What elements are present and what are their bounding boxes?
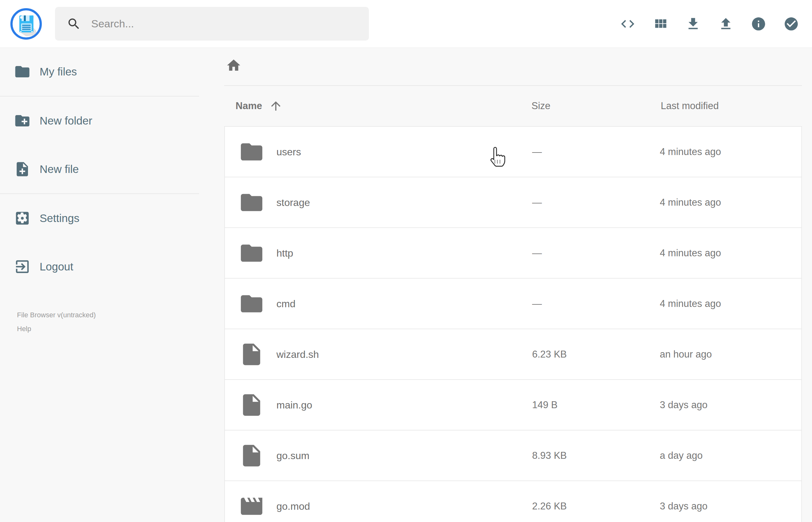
file-size: —: [532, 247, 542, 259]
sort-by-size[interactable]: Size: [531, 100, 550, 112]
file-modified: 4 minutes ago: [660, 146, 721, 158]
file-row-go.mod[interactable]: go.mod 2.26 KB 3 days ago: [224, 481, 802, 522]
home-icon: [226, 58, 242, 73]
new-folder-icon: [14, 112, 31, 129]
code-button[interactable]: [620, 16, 636, 32]
sidebar-item-settings[interactable]: Settings: [0, 194, 199, 242]
sidebar-footer: File Browser v(untracked) Help: [17, 310, 96, 334]
folder-icon: [239, 189, 264, 215]
file-modified: a day ago: [660, 450, 703, 461]
floppy-disk-icon: [13, 11, 40, 37]
grid-view-icon: [653, 16, 668, 32]
settings-icon: [14, 210, 31, 227]
logout-icon: [14, 258, 31, 275]
file-name: storage: [277, 197, 310, 208]
folder-icon: [239, 291, 264, 317]
upload-button[interactable]: [718, 16, 734, 32]
file-name: go.mod: [277, 500, 310, 512]
file-size: 2.26 KB: [532, 501, 567, 512]
file-browser-app: My files New folder New file: [0, 0, 812, 522]
sidebar-item-label: My files: [40, 65, 77, 78]
file-name: go.sum: [277, 450, 309, 461]
sidebar-item-label: Logout: [40, 260, 73, 273]
arrow-up-icon: [262, 99, 283, 113]
file-size: 8.93 KB: [532, 450, 567, 461]
download-button[interactable]: [685, 16, 701, 32]
file-name: users: [277, 146, 301, 158]
sidebar-item-new-folder[interactable]: New folder: [0, 97, 199, 145]
file-listing: Name Size Last modified: [199, 47, 812, 522]
folder-icon: [239, 240, 264, 266]
column-header-name: Name: [236, 100, 262, 112]
top-bar: [0, 0, 812, 47]
file-size: 6.23 KB: [532, 349, 567, 360]
file-row-wizard.sh[interactable]: wizard.sh 6.23 KB an hour ago: [224, 328, 802, 380]
file-modified: 4 minutes ago: [660, 247, 721, 259]
movie-icon: [239, 494, 264, 519]
sidebar: My files New folder New file: [0, 47, 199, 522]
file-size: —: [532, 146, 542, 158]
new-file-icon: [14, 161, 31, 178]
toolbar-actions: [620, 16, 799, 32]
check-circle-icon: [784, 16, 799, 32]
file-icon: [239, 443, 264, 468]
file-row-http[interactable]: http — 4 minutes ago: [224, 227, 802, 279]
file-icon: [239, 392, 264, 418]
sidebar-item-my-files[interactable]: My files: [0, 47, 199, 96]
file-row-go.sum[interactable]: go.sum 8.93 KB a day ago: [224, 430, 802, 481]
sidebar-item-logout[interactable]: Logout: [0, 242, 199, 291]
code-icon: [620, 16, 635, 32]
file-name: main.go: [277, 399, 312, 411]
search-input[interactable]: [90, 17, 350, 30]
file-modified: 3 days ago: [660, 399, 708, 411]
file-size: —: [532, 197, 542, 208]
file-row-storage[interactable]: storage — 4 minutes ago: [224, 177, 802, 228]
search-bar[interactable]: [55, 7, 369, 41]
grid-view-button[interactable]: [652, 16, 669, 32]
file-modified: an hour ago: [660, 349, 712, 360]
sort-by-name[interactable]: Name: [236, 99, 283, 113]
help-link[interactable]: Help: [17, 324, 31, 334]
select-multiple-button[interactable]: [783, 16, 799, 32]
app-version: File Browser v(untracked): [17, 311, 96, 319]
info-icon: [751, 16, 766, 32]
file-modified: 4 minutes ago: [660, 298, 721, 309]
file-size: —: [532, 298, 542, 309]
file-name: cmd: [277, 298, 295, 309]
upload-icon: [718, 16, 734, 32]
sidebar-item-new-file[interactable]: New file: [0, 145, 199, 194]
folder-icon: [14, 63, 31, 80]
sidebar-item-label: New file: [40, 163, 79, 176]
folder-icon: [239, 139, 264, 165]
file-row-main.go[interactable]: main.go 149 B 3 days ago: [224, 379, 802, 430]
file-size: 149 B: [532, 399, 557, 411]
listing-header: Name Size Last modified: [224, 86, 802, 126]
file-icon: [239, 341, 264, 367]
search-icon: [67, 17, 81, 31]
download-icon: [685, 16, 701, 32]
file-name: http: [277, 247, 293, 259]
app-logo[interactable]: [11, 8, 42, 40]
file-modified: 4 minutes ago: [660, 197, 721, 208]
file-rows: users — 4 minutes ago storage — 4: [224, 126, 802, 522]
file-row-users[interactable]: users — 4 minutes ago: [224, 126, 802, 177]
sort-by-modified[interactable]: Last modified: [661, 100, 718, 112]
sidebar-item-label: New folder: [40, 115, 92, 127]
breadcrumb: [224, 47, 802, 86]
breadcrumb-home-button[interactable]: [226, 58, 242, 73]
file-name: wizard.sh: [277, 348, 319, 360]
file-modified: 3 days ago: [660, 501, 708, 512]
info-button[interactable]: [750, 16, 767, 32]
sidebar-item-label: Settings: [40, 212, 79, 224]
file-row-cmd[interactable]: cmd — 4 minutes ago: [224, 278, 802, 329]
